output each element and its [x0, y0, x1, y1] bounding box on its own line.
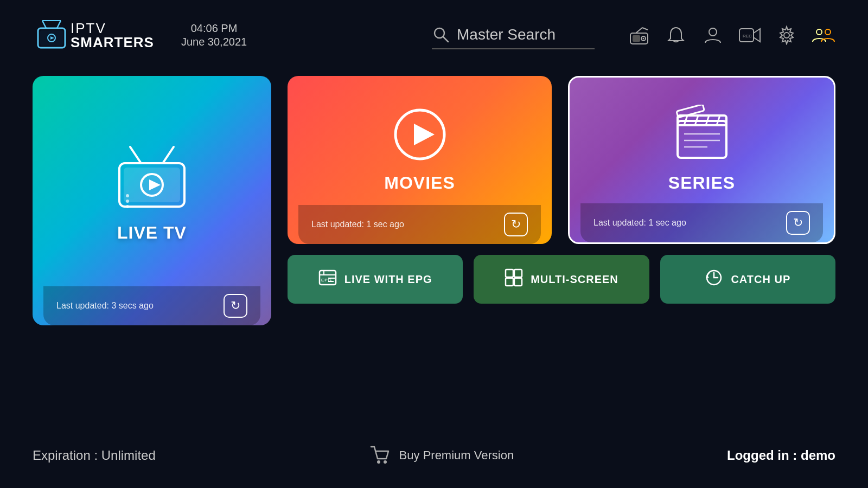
user-icon[interactable] — [701, 23, 725, 47]
expiration-text: Expiration : Unlimited — [33, 448, 156, 463]
bottom-buttons: EPG LIVE WITH EPG MULTI-SCREEN — [288, 255, 835, 304]
series-updated: Last updated: 1 sec ago — [593, 218, 686, 228]
multi-screen-icon — [505, 268, 523, 291]
header: IPTV SMARTERS 04:06 PM June 30,2021 Mast… — [0, 0, 868, 70]
svg-line-2 — [57, 21, 61, 28]
svg-line-22 — [130, 147, 141, 163]
settings-icon[interactable] — [775, 23, 799, 47]
svg-line-1 — [42, 21, 46, 28]
svg-point-12 — [643, 38, 644, 40]
svg-point-56 — [377, 460, 380, 464]
buy-premium-label: Buy Premium Version — [399, 448, 514, 463]
logged-in-label: Logged in : — [727, 448, 801, 463]
svg-rect-31 — [124, 206, 180, 208]
tv-icon — [108, 142, 195, 212]
live-epg-icon: EPG — [318, 268, 337, 291]
live-tv-card[interactable]: LIVE TV Last updated: 3 secs ago ↻ — [33, 76, 271, 325]
svg-line-8 — [443, 37, 448, 42]
movies-icon-area: MOVIES — [384, 92, 455, 205]
iptv-logo-icon — [33, 16, 71, 54]
date-display: June 30,2021 — [181, 36, 247, 48]
svg-marker-33 — [414, 124, 435, 145]
live-tv-label: LIVE TV — [117, 223, 187, 243]
catch-up-button[interactable]: CATCH UP — [660, 255, 835, 304]
switch-user-icon[interactable] — [812, 23, 835, 47]
footer: Expiration : Unlimited Buy Premium Versi… — [0, 423, 868, 488]
multi-screen-button[interactable]: MULTI-SCREEN — [474, 255, 649, 304]
logo-iptv: IPTV — [71, 21, 154, 35]
logged-in-user: demo — [801, 448, 835, 463]
live-tv-icon-area: LIVE TV — [108, 98, 195, 286]
movies-refresh-btn[interactable]: ↻ — [504, 213, 528, 236]
series-card[interactable]: SERIES Last updated: 1 sec ago ↻ — [568, 76, 835, 244]
svg-point-28 — [126, 194, 129, 197]
logo-smarters: SMARTERS — [71, 35, 154, 49]
svg-line-23 — [163, 147, 174, 163]
svg-rect-50 — [506, 269, 513, 277]
svg-point-57 — [384, 460, 387, 464]
clapper-icon — [672, 105, 732, 164]
top-cards: MOVIES Last updated: 1 sec ago ↻ — [288, 76, 835, 244]
svg-point-19 — [784, 33, 789, 38]
live-epg-label: LIVE WITH EPG — [344, 273, 432, 286]
movies-label: MOVIES — [384, 173, 455, 193]
logo-text: IPTV SMARTERS — [71, 21, 154, 49]
radio-icon[interactable] — [627, 23, 651, 47]
svg-point-29 — [126, 200, 129, 203]
svg-line-14 — [642, 28, 648, 30]
search-icon — [432, 25, 450, 44]
series-label: SERIES — [668, 173, 735, 193]
svg-rect-34 — [678, 121, 726, 158]
series-icon-area: SERIES — [668, 94, 735, 203]
play-circle-icon — [390, 105, 450, 164]
logo-area: IPTV SMARTERS — [33, 16, 154, 54]
multi-screen-label: MULTI-SCREEN — [531, 273, 618, 286]
svg-point-21 — [825, 29, 831, 35]
search-bar[interactable]: Master Search — [432, 21, 595, 49]
svg-rect-53 — [514, 278, 522, 286]
bell-icon[interactable] — [664, 23, 688, 47]
svg-text:REC: REC — [743, 34, 752, 38]
logged-in-area: Logged in : demo — [727, 448, 835, 463]
live-tv-updated: Last updated: 3 secs ago — [56, 301, 154, 311]
series-footer: Last updated: 1 sec ago ↻ — [580, 203, 823, 242]
time-display: 04:06 PM — [191, 22, 238, 35]
main-content: LIVE TV Last updated: 3 secs ago ↻ MOVIE… — [0, 70, 868, 423]
movies-card[interactable]: MOVIES Last updated: 1 sec ago ↻ — [288, 76, 552, 244]
movies-updated: Last updated: 1 sec ago — [311, 220, 404, 229]
svg-point-20 — [816, 29, 822, 35]
search-text: Master Search — [457, 26, 556, 43]
svg-rect-51 — [514, 269, 522, 277]
buy-premium-button[interactable]: Buy Premium Version — [369, 445, 514, 466]
svg-line-13 — [636, 28, 642, 33]
svg-rect-52 — [506, 278, 513, 286]
datetime: 04:06 PM June 30,2021 — [181, 22, 247, 48]
record-icon[interactable]: REC — [738, 23, 762, 47]
live-tv-footer: Last updated: 3 secs ago ↻ — [43, 286, 260, 325]
header-icons: REC — [627, 23, 835, 47]
catch-up-label: CATCH UP — [731, 273, 790, 286]
cart-icon — [369, 445, 391, 466]
svg-point-15 — [709, 28, 717, 36]
svg-marker-17 — [754, 29, 760, 42]
svg-rect-10 — [633, 35, 640, 42]
catch-up-icon — [705, 268, 723, 291]
series-refresh-btn[interactable]: ↻ — [786, 211, 810, 235]
movies-footer: Last updated: 1 sec ago ↻ — [298, 205, 541, 244]
right-column: MOVIES Last updated: 1 sec ago ↻ — [288, 76, 835, 412]
live-epg-button[interactable]: EPG LIVE WITH EPG — [288, 255, 463, 304]
live-tv-refresh-btn[interactable]: ↻ — [224, 294, 247, 318]
